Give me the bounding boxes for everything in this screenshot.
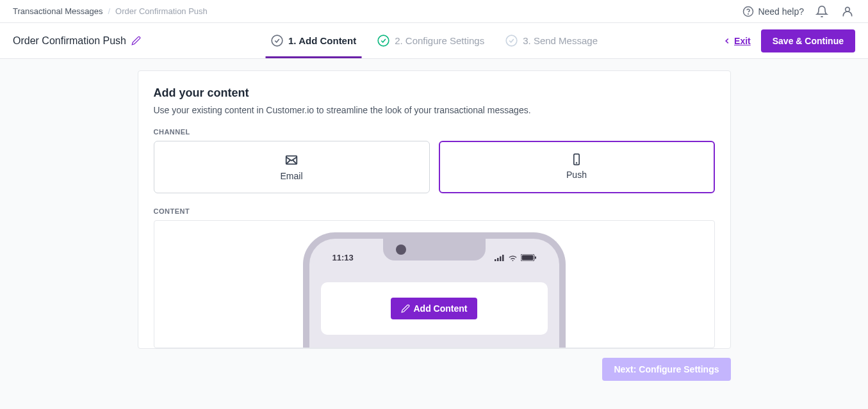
phone-time: 11:13 bbox=[332, 253, 371, 262]
check-circle-icon bbox=[377, 35, 389, 47]
exit-link[interactable]: Exit bbox=[723, 36, 751, 46]
svg-rect-10 bbox=[497, 258, 499, 261]
chevron-left-icon bbox=[723, 36, 732, 45]
add-content-label: Add Content bbox=[414, 303, 468, 314]
exit-label: Exit bbox=[734, 36, 751, 46]
svg-point-4 bbox=[378, 35, 389, 46]
svg-point-3 bbox=[272, 35, 283, 46]
step-label: 3. Send Message bbox=[523, 35, 598, 46]
notification-placeholder: Add Content bbox=[321, 282, 548, 335]
svg-point-5 bbox=[506, 35, 517, 46]
card-title: Add your content bbox=[154, 86, 715, 100]
content-preview: 11:13 bbox=[154, 220, 715, 348]
step-configure-settings[interactable]: 2. Configure Settings bbox=[377, 23, 484, 58]
svg-point-2 bbox=[846, 7, 850, 12]
need-help-link[interactable]: Need help? bbox=[742, 6, 804, 17]
content-section-label: CONTENT bbox=[154, 207, 715, 215]
breadcrumb-current: Order Confirmation Push bbox=[115, 6, 208, 16]
phone-mockup: 11:13 bbox=[303, 232, 566, 348]
save-continue-button[interactable]: Save & Continue bbox=[761, 29, 855, 52]
breadcrumb: Transactional Messages / Order Confirmat… bbox=[13, 6, 208, 16]
channel-label: Push bbox=[566, 170, 587, 180]
mobile-icon bbox=[570, 153, 583, 166]
svg-rect-9 bbox=[495, 259, 496, 261]
bell-icon bbox=[815, 5, 828, 18]
svg-rect-15 bbox=[535, 256, 536, 259]
channel-option-push[interactable]: Push bbox=[439, 141, 715, 193]
pencil-icon bbox=[131, 36, 141, 45]
help-icon bbox=[742, 6, 754, 17]
pencil-icon bbox=[401, 304, 410, 313]
card-subtitle: Use your existing content in Customer.io… bbox=[154, 105, 715, 115]
breadcrumb-separator: / bbox=[108, 6, 110, 16]
user-icon bbox=[841, 5, 854, 18]
content-card: Add your content Use your existing conte… bbox=[138, 70, 731, 349]
svg-rect-14 bbox=[521, 255, 533, 260]
phone-camera-dot bbox=[396, 245, 406, 255]
wifi-icon bbox=[508, 254, 518, 261]
signal-icon bbox=[495, 254, 505, 261]
check-circle-icon bbox=[270, 35, 283, 47]
account-button[interactable] bbox=[840, 4, 855, 19]
step-send-message[interactable]: 3. Send Message bbox=[505, 23, 598, 58]
page-title: Order Confirmation Push bbox=[13, 35, 126, 47]
channel-section-label: CHANNEL bbox=[154, 128, 715, 136]
svg-point-8 bbox=[577, 163, 577, 163]
step-add-content[interactable]: 1. Add Content bbox=[270, 23, 356, 58]
phone-notch bbox=[383, 239, 486, 261]
battery-icon bbox=[521, 254, 536, 261]
notifications-button[interactable] bbox=[814, 4, 830, 19]
email-icon bbox=[284, 153, 299, 167]
edit-title-button[interactable] bbox=[131, 36, 141, 45]
add-content-button[interactable]: Add Content bbox=[391, 298, 478, 319]
breadcrumb-parent[interactable]: Transactional Messages bbox=[13, 6, 102, 16]
step-label: 2. Configure Settings bbox=[395, 35, 484, 46]
svg-point-1 bbox=[748, 13, 749, 14]
step-label: 1. Add Content bbox=[288, 35, 356, 46]
svg-rect-12 bbox=[502, 255, 504, 261]
channel-label: Email bbox=[280, 171, 302, 181]
wizard-steps: 1. Add Content 2. Configure Settings 3. … bbox=[270, 23, 598, 58]
svg-rect-11 bbox=[500, 256, 502, 261]
next-button[interactable]: Next: Configure Settings bbox=[602, 358, 730, 381]
check-circle-icon bbox=[505, 35, 518, 47]
need-help-label: Need help? bbox=[758, 6, 804, 17]
channel-option-email[interactable]: Email bbox=[154, 141, 430, 193]
